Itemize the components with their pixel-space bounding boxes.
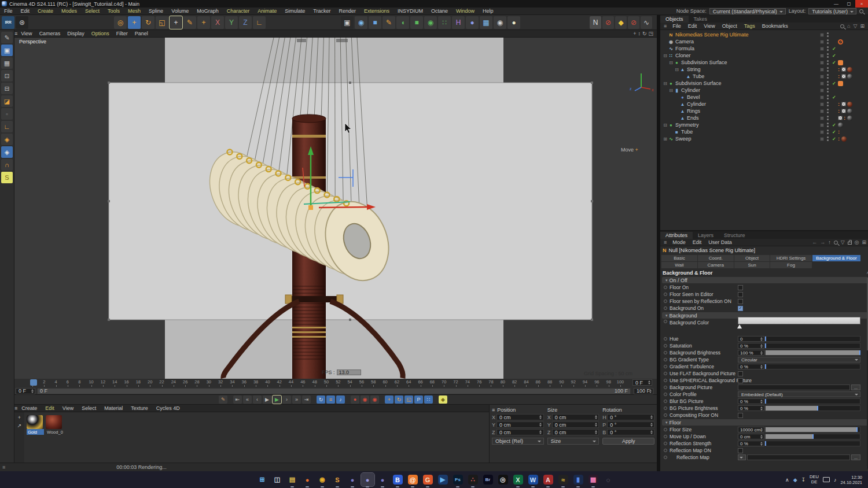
tree-item-camera[interactable]: ◉Camera — [660, 38, 868, 45]
cinema4d-instance-1[interactable]: ● — [346, 473, 359, 486]
tree-item-cylinder[interactable]: ▲Cylinder: — [660, 101, 868, 108]
spinner[interactable] — [649, 430, 653, 435]
extrude-generator[interactable]: ■ — [410, 16, 423, 29]
object-menu-icon[interactable]: ≡ — [660, 23, 669, 29]
enable-state[interactable]: ✓ — [832, 53, 838, 58]
phong-tag-icon[interactable] — [838, 60, 843, 65]
object-label[interactable]: Formula — [674, 46, 694, 51]
pen-spline[interactable]: ✎ — [382, 16, 395, 29]
tree-item-bevel[interactable]: ●Bevel✓ — [660, 94, 868, 101]
anim-dot-icon[interactable] — [664, 358, 670, 361]
rotate-tool[interactable]: ↻ — [142, 16, 155, 29]
photos-app[interactable]: ▩ — [587, 473, 600, 486]
model-mode[interactable]: ▣ — [1, 45, 13, 56]
layer-swatch[interactable] — [820, 75, 824, 79]
checkbox[interactable] — [738, 292, 743, 297]
add-material-icon[interactable]: + — [18, 415, 21, 420]
gradient-knob[interactable] — [737, 324, 742, 328]
layer-swatch[interactable] — [820, 95, 824, 99]
signal-plugin[interactable]: ∿ — [641, 16, 652, 29]
e-circle-app[interactable]: ◎ — [496, 473, 510, 486]
anim-dot-icon[interactable] — [664, 400, 670, 403]
layer-swatch[interactable] — [820, 33, 824, 37]
texture-mode[interactable]: ▦ — [1, 57, 13, 69]
attr-menu-icon[interactable]: ≡ — [660, 239, 669, 245]
value-field[interactable]: 0 % — [738, 343, 764, 349]
spinner[interactable] — [759, 337, 763, 341]
value-field[interactable]: 0 % — [738, 364, 764, 369]
value-field[interactable]: 100 % — [738, 350, 764, 356]
menu-file[interactable]: File — [0, 8, 17, 14]
tree-item-subdivision-surface[interactable]: ⊟●Subdivision Surface✓ — [660, 59, 868, 66]
next-key[interactable]: » — [292, 395, 301, 404]
coord-value-field[interactable]: 0 cm — [496, 414, 544, 420]
expand-icon[interactable]: ⊟ — [668, 60, 674, 65]
z-axis-lock[interactable]: Z — [239, 16, 252, 29]
checkbox[interactable] — [738, 413, 743, 418]
visibility-dots[interactable] — [826, 74, 829, 79]
display-icon[interactable] — [823, 477, 830, 482]
search-attr-icon[interactable] — [834, 241, 838, 245]
character-rig[interactable]: H — [452, 16, 465, 29]
coord-value-field[interactable]: 0 cm — [552, 414, 599, 420]
sound-toggle[interactable]: ♪ — [336, 395, 345, 404]
anim-dot-icon[interactable] — [664, 286, 670, 289]
key-rotation[interactable]: ↻ — [395, 395, 403, 404]
point-mode[interactable]: ⊡ — [1, 70, 13, 82]
move-tool[interactable]: + — [128, 16, 141, 29]
coord-value-field[interactable]: 0 cm — [496, 429, 544, 435]
spinner[interactable] — [594, 430, 598, 435]
object-label[interactable]: Cylinder — [680, 87, 700, 93]
polygon-mode[interactable]: ◪ — [1, 95, 13, 107]
checkbox[interactable] — [738, 299, 743, 304]
spinner[interactable] — [759, 350, 763, 355]
scale-tool[interactable]: ◱ — [156, 16, 168, 29]
object-menu-file[interactable]: File — [669, 23, 685, 29]
range-start-field[interactable]: 0 F — [16, 388, 35, 394]
browse-button[interactable]: ... — [851, 385, 860, 390]
spinner[interactable] — [759, 434, 763, 439]
object-label[interactable]: Cloner — [674, 53, 691, 58]
history-back-icon[interactable]: ← — [812, 239, 817, 245]
slider-track[interactable] — [765, 398, 860, 404]
excel[interactable]: X — [512, 473, 525, 486]
checker-tag-icon[interactable] — [841, 74, 846, 79]
tree-item-subdivision-surface[interactable]: ⊟●Subdivision Surface✓ — [660, 80, 868, 87]
g-shield-app[interactable]: G — [421, 473, 435, 486]
enable-state[interactable]: ✓ — [832, 46, 838, 51]
slider-track[interactable] — [765, 434, 860, 439]
history-forward-icon[interactable]: → — [820, 239, 825, 245]
file-explorer[interactable]: ▤ — [286, 473, 299, 486]
visibility-dots[interactable] — [826, 32, 829, 37]
checkbox[interactable] — [738, 285, 743, 290]
tree-item-tube[interactable]: ▲Tube: — [660, 73, 868, 80]
tree-item-rings[interactable]: ▲Rings: — [660, 108, 868, 114]
last-used-tool[interactable]: + — [170, 16, 182, 29]
visibility-dots[interactable] — [826, 136, 829, 141]
play-mode[interactable]: ▶ — [273, 395, 281, 404]
material-menu-select[interactable]: Select — [78, 405, 100, 411]
enable-state[interactable]: ✓ — [832, 130, 838, 135]
prev-frame[interactable]: ‹ — [253, 395, 262, 404]
slider-track[interactable] — [765, 336, 860, 342]
close-button[interactable]: × — [855, 0, 868, 8]
anim-dot-icon[interactable] — [664, 344, 670, 347]
mat-brown-tag-icon[interactable] — [847, 102, 852, 107]
light-object[interactable]: ● — [507, 16, 520, 29]
bridge[interactable]: Br — [481, 473, 495, 486]
anim-dot-icon[interactable] — [664, 379, 670, 382]
new-attr-panel-icon[interactable]: ⊞ — [862, 239, 866, 245]
lock-workplane[interactable]: ◈ — [1, 146, 13, 158]
render-active-view[interactable]: ▣ — [341, 16, 354, 29]
slider-track[interactable] — [765, 364, 860, 369]
mograph-cloner[interactable]: ∷ — [438, 16, 451, 29]
material-gold[interactable]: Gold — [27, 415, 44, 460]
spinner[interactable] — [759, 441, 763, 446]
visibility-dots[interactable] — [826, 39, 829, 44]
menu-extensions[interactable]: Extensions — [360, 8, 393, 14]
color-gradient-bar[interactable] — [738, 317, 860, 324]
tray-chevron-icon[interactable]: ∧ — [785, 477, 789, 483]
attr-menu-user-data[interactable]: User Data — [705, 239, 735, 245]
spinner-app[interactable]: ◌ — [602, 473, 615, 486]
anim-dot-icon[interactable] — [664, 406, 670, 410]
